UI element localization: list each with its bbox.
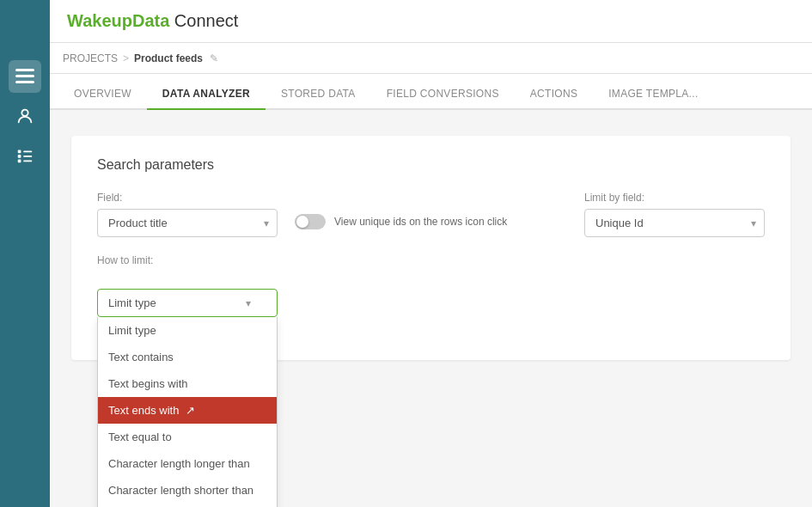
tab-image-templates[interactable]: IMAGE TEMPLA... (593, 79, 713, 110)
tab-actions[interactable]: ACTIONS (515, 79, 593, 110)
how-to-limit-label: How to limit: (97, 254, 153, 266)
svg-rect-5 (23, 151, 32, 153)
breadcrumb-projects[interactable]: PROJECTS (63, 52, 118, 64)
sidebar (0, 0, 50, 507)
field-select[interactable]: Product title (97, 209, 278, 237)
sidebar-logo (8, 9, 42, 43)
dropdown-item-char-equal[interactable]: Character length equal to (98, 504, 277, 507)
limit-type-select[interactable]: Limit type ▾ (97, 289, 278, 317)
svg-rect-4 (18, 150, 21, 154)
svg-point-3 (21, 110, 27, 116)
limit-type-arrow: ▾ (246, 297, 251, 309)
svg-rect-1 (15, 75, 34, 77)
breadcrumb-current: Product feeds (134, 52, 203, 64)
dropdown-menu: Limit type Text contains Text begins wit… (97, 317, 278, 507)
unique-ids-toggle[interactable] (295, 214, 326, 229)
breadcrumb: PROJECTS > Product feeds ✎ (50, 43, 812, 74)
limit-type-value: Limit type (108, 296, 156, 309)
edit-icon[interactable]: ✎ (210, 52, 218, 64)
limit-by-field-label: Limit by field: (584, 192, 765, 204)
toggle-knob (296, 216, 308, 228)
sidebar-icon-users[interactable] (9, 100, 41, 132)
form-row-1: Field: Product title ▾ View unique ids o… (97, 192, 765, 237)
dropdown-item-text-contains[interactable]: Text contains (98, 344, 277, 370)
tab-overview[interactable]: OVERVIEW (58, 79, 147, 110)
limit-by-field-select[interactable]: Unique Id (584, 209, 765, 237)
sidebar-icon-menu[interactable] (9, 60, 41, 93)
form-row-2: How to limit: Limit type ▾ Limit type Te… (97, 254, 765, 317)
dropdown-item-char-shorter[interactable]: Character length shorter than (98, 477, 277, 504)
toggle-label: View unique ids on the rows icon click (334, 216, 507, 228)
dropdown-item-char-longer[interactable]: Character length longer than (98, 450, 277, 477)
app-logo: WakeupData Connect (67, 11, 238, 31)
brand-part1: WakeupData (67, 11, 169, 30)
tab-data-analyzer[interactable]: DATA ANALYZER (147, 79, 266, 110)
search-parameters-card: Search parameters Field: Product title ▾… (71, 136, 791, 360)
dropdown-item-text-ends-with[interactable]: Text ends with ↗ (98, 397, 277, 424)
tabs-bar: OVERVIEW DATA ANALYZER STORED DATA FIELD… (50, 74, 812, 110)
breadcrumb-separator: > (123, 52, 129, 64)
section-title: Search parameters (97, 157, 765, 173)
toggle-group: View unique ids on the rows icon click (295, 192, 567, 229)
topbar: WakeupData Connect (50, 0, 812, 43)
limit-by-field-select-wrapper: Unique Id ▾ (584, 209, 765, 237)
svg-rect-0 (15, 69, 34, 71)
svg-rect-8 (18, 160, 21, 163)
field-group: Field: Product title ▾ (97, 192, 278, 237)
svg-rect-9 (23, 161, 32, 162)
svg-rect-6 (18, 155, 21, 158)
field-select-wrapper: Product title ▾ (97, 209, 278, 237)
svg-rect-2 (15, 81, 34, 83)
tab-field-conversions[interactable]: FIELD CONVERSIONS (371, 79, 515, 110)
field-label: Field: (97, 192, 278, 204)
tab-stored-data[interactable]: STORED DATA (266, 79, 371, 110)
sidebar-icon-list[interactable] (9, 139, 41, 172)
dropdown-item-limit-type[interactable]: Limit type (98, 317, 277, 344)
limit-by-field-group: Limit by field: Unique Id ▾ (584, 192, 765, 237)
svg-rect-7 (23, 156, 32, 157)
cursor-indicator: ↗ (186, 404, 195, 417)
limit-type-wrapper: Limit type ▾ Limit type Text contains Te… (97, 289, 278, 317)
dropdown-item-text-begins-with[interactable]: Text begins with (98, 370, 277, 397)
main-content: Search parameters Field: Product title ▾… (50, 110, 812, 507)
brand-part2: Connect (169, 11, 238, 30)
dropdown-item-text-equal-to[interactable]: Text equal to (98, 424, 277, 450)
